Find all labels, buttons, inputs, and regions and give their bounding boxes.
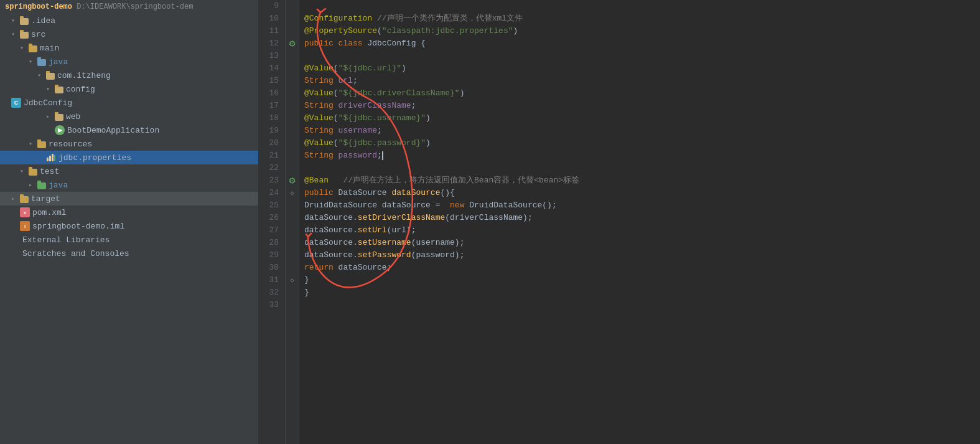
code-line-12: public class JdbcConfig { [304,37,975,50]
line-number-26: 26 [261,212,282,224]
tree-item-jdbc.properties[interactable]: jdbc.properties [0,151,258,164]
code-line-26: dataSource.setDriverClassName(driverClas… [304,212,975,224]
line-number-15: 15 [261,75,282,87]
tree-item-idea[interactable]: .idea [0,14,258,27]
diamond-icon: ◇ [290,276,294,284]
tree-arrow-com.itzheng [37,72,46,79]
line-number-32: 32 [261,286,282,299]
tree-arrow-java [29,58,37,65]
tree-item-JdbcConfig[interactable]: CJdbcConfig [0,96,258,110]
tree-item-main[interactable]: main [0,41,258,55]
project-header[interactable]: springboot-demo D:\IDEAWORK\springboot-d… [0,0,258,14]
line-number-20: 20 [261,137,282,149]
gutter-item-11 [286,25,299,37]
tree-arrow-idea [11,17,20,24]
tree-item-pom.xml[interactable]: xpom.xml [0,205,258,219]
tree-icon-src [20,32,29,39]
line-number-30: 30 [261,262,282,274]
svg-rect-0 [47,158,49,161]
gutter-item-18 [286,112,299,125]
line-number-28: 28 [261,237,282,249]
gutter-item-26 [286,212,299,224]
tree-arrow-target [11,195,20,202]
tree-arrow-test [20,168,29,175]
tree-icon-JdbcConfig: C [11,98,21,108]
tree-item-resources[interactable]: resources [0,137,258,151]
svg-rect-1 [49,156,51,161]
tree-item-com.itzheng[interactable]: com.itzheng [0,68,258,82]
code-line-16: @Value("${jdbc.driverClassName}") [304,87,975,100]
tree-item-src[interactable]: src [0,27,258,41]
line-number-27: 27 [261,224,282,237]
tree-icon-config [55,87,63,93]
line-number-23: 23 [261,174,282,187]
tree-item-java[interactable]: java [0,55,258,68]
line-number-17: 17 [261,100,282,112]
tree-arrow-src [11,31,20,38]
tree-item-ExternalLibraries[interactable]: External Libraries [0,233,258,247]
file-tree: .ideasrcmainjavacom.itzhengconfigCJdbcCo… [0,14,258,444]
tree-icon-target [20,196,29,203]
annotation: @Value [304,62,334,75]
tree-item-test[interactable]: test [0,164,258,178]
tree-label-idea: .idea [31,16,55,26]
tree-label-ExternalLibraries: External Libraries [22,235,110,245]
tree-icon-jdbc.properties [46,153,56,163]
gutter-item-25 [286,199,299,212]
diamond-icon: ◇ [290,189,294,197]
tree-icon-main [29,45,37,52]
bean-icon: ⚙ [289,174,296,187]
code-editor: 9101112131415161718192021222324252627282… [258,0,980,444]
tree-item-ScratchesAndConsoles[interactable]: Scratches and Consoles [0,247,258,260]
tree-item-BootDemoApplication[interactable]: ▶BootDemoApplication [0,123,258,137]
tree-label-main: main [40,44,59,53]
code-area: 9101112131415161718192021222324252627282… [258,0,980,444]
code-line-25: DruidDataSource dataSource = new DruidDa… [304,199,975,212]
tree-item-java-test[interactable]: java [0,178,258,192]
code-content[interactable]: @Configuration //声明一个类作为配置类，代替xml文件@Prop… [299,0,980,444]
code-line-28: dataSource.setUsername(username); [304,237,975,249]
project-name: springboot-demo [5,2,72,11]
code-line-33 [304,299,975,311]
line-number-22: 22 [261,162,282,174]
code-line-18: @Value("${jdbc.username}") [304,112,975,125]
line-number-24: 24 [261,187,282,199]
code-line-29: dataSource.setPassword(password); [304,249,975,262]
tree-label-resources: resources [49,139,92,149]
project-path: D:\IDEAWORK\springboot-dem [72,2,193,11]
gutter-item-10 [286,12,299,25]
svg-rect-3 [54,155,55,161]
gutter-item-33 [286,299,299,311]
code-line-13 [304,50,975,62]
tree-label-ScratchesAndConsoles: Scratches and Consoles [22,249,129,258]
gutter-item-29 [286,249,299,262]
tree-icon-test [29,169,37,176]
gutter-item-9 [286,0,299,12]
tree-label-target: target [31,194,60,204]
gutter-item-32 [286,286,299,299]
tree-icon-java-test [37,182,46,189]
tree-item-springboot-demo.iml[interactable]: ispringboot-demo.iml [0,219,258,233]
annotation: @Value [304,87,334,100]
gutter-item-15 [286,75,299,87]
code-line-20: @Value("${jdbc.password}") [304,137,975,149]
tree-arrow-main [20,44,29,52]
tree-item-web[interactable]: web [0,110,258,123]
code-line-30: return dataSource; [304,262,975,274]
gutter-item-12: ⚙ [286,37,299,50]
tree-item-target[interactable]: target [0,192,258,205]
annotation: @Value [304,112,334,125]
gutter-item-30 [286,262,299,274]
code-line-22 [304,162,975,174]
code-line-31: } [304,274,975,286]
bean-icon: ⚙ [289,37,296,50]
line-number-12: 12 [261,37,282,50]
line-number-29: 29 [261,249,282,262]
tree-icon-BootDemoApplication: ▶ [55,125,65,135]
tree-label-test: test [40,167,59,176]
tree-icon-pom.xml: x [20,207,30,217]
tree-item-config[interactable]: config [0,82,258,96]
code-line-27: dataSource.setUrl(url); [304,224,975,237]
gutter-item-14 [286,62,299,75]
code-line-32: } [304,286,975,299]
